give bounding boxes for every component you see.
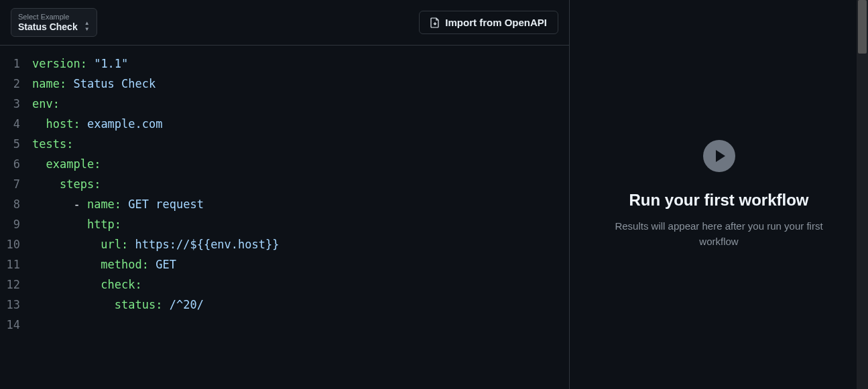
example-selector[interactable]: Select Example Status Check ▲▼ — [11, 8, 97, 37]
code-content[interactable]: host: example.com — [32, 114, 569, 134]
example-selector-value: Status Check — [18, 21, 78, 32]
import-button-label: Import from OpenAPI — [445, 17, 547, 28]
code-content[interactable]: name: Status Check — [32, 74, 569, 94]
code-content[interactable]: version: "1.1" — [32, 54, 569, 74]
code-content[interactable]: - name: GET request — [32, 194, 569, 214]
code-content[interactable]: method: GET — [32, 254, 569, 275]
code-content[interactable]: url: https://${{env.host}} — [32, 234, 569, 254]
line-number: 1 — [0, 54, 32, 74]
page-scrollbar[interactable] — [857, 0, 868, 389]
chevron-updown-icon: ▲▼ — [84, 21, 90, 32]
empty-state-subtitle: Results will appear here after you run y… — [599, 219, 840, 249]
line-number: 6 — [0, 154, 32, 174]
import-openapi-button[interactable]: Import from OpenAPI — [419, 11, 558, 34]
line-number: 11 — [0, 254, 32, 275]
code-line[interactable]: 2name: Status Check — [0, 74, 569, 94]
code-line[interactable]: 3env: — [0, 94, 569, 114]
code-line[interactable]: 7 steps: — [0, 174, 569, 194]
code-line[interactable]: 12 check: — [0, 275, 569, 295]
code-content[interactable] — [32, 315, 569, 335]
code-line[interactable]: 5tests: — [0, 134, 569, 154]
code-line[interactable]: 1version: "1.1" — [0, 54, 569, 74]
code-content[interactable]: env: — [32, 94, 569, 114]
line-number: 4 — [0, 114, 32, 134]
code-line[interactable]: 11 method: GET — [0, 254, 569, 275]
line-number: 7 — [0, 174, 32, 194]
line-number: 12 — [0, 275, 32, 295]
example-selector-label: Select Example — [18, 13, 90, 21]
play-icon — [703, 140, 735, 172]
line-number: 9 — [0, 214, 32, 234]
code-content[interactable]: steps: — [32, 174, 569, 194]
code-line[interactable]: 9 http: — [0, 214, 569, 234]
line-number: 10 — [0, 234, 32, 254]
code-line[interactable]: 8 - name: GET request — [0, 194, 569, 214]
line-number: 13 — [0, 295, 32, 315]
file-import-icon — [430, 17, 440, 28]
code-line[interactable]: 4 host: example.com — [0, 114, 569, 134]
toolbar: Select Example Status Check ▲▼ Import fr… — [0, 0, 569, 46]
code-line[interactable]: 13 status: /^20/ — [0, 295, 569, 315]
code-content[interactable]: http: — [32, 214, 569, 234]
line-number: 3 — [0, 94, 32, 114]
results-panel: Run your first workflow Results will app… — [570, 0, 868, 389]
code-line[interactable]: 10 url: https://${{env.host}} — [0, 234, 569, 254]
empty-state-title: Run your first workflow — [629, 191, 808, 210]
code-line[interactable]: 14 — [0, 315, 569, 335]
code-content[interactable]: tests: — [32, 134, 569, 154]
line-number: 2 — [0, 74, 32, 94]
page-scrollbar-thumb[interactable] — [858, 0, 867, 54]
code-content[interactable]: check: — [32, 275, 569, 295]
line-number: 8 — [0, 194, 32, 214]
code-content[interactable]: example: — [32, 154, 569, 174]
code-line[interactable]: 6 example: — [0, 154, 569, 174]
code-editor[interactable]: 1version: "1.1"2name: Status Check3env:4… — [0, 46, 569, 389]
editor-panel: Select Example Status Check ▲▼ Import fr… — [0, 0, 570, 389]
line-number: 5 — [0, 134, 32, 154]
code-content[interactable]: status: /^20/ — [32, 295, 569, 315]
line-number: 14 — [0, 315, 32, 335]
